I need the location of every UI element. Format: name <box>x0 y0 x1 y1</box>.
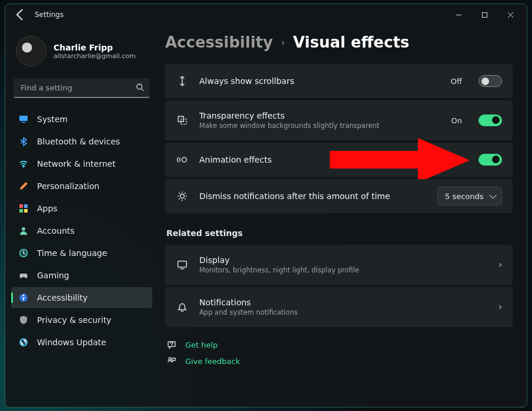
svg-point-8 <box>23 166 25 167</box>
svg-rect-10 <box>24 204 28 208</box>
search-icon <box>136 83 144 93</box>
chevron-right-icon: › <box>281 37 285 48</box>
setting-title: Notifications <box>199 298 488 307</box>
svg-point-16 <box>23 295 25 297</box>
window-title: Settings <box>35 11 63 19</box>
help-links: Get help Give feedback <box>165 340 513 366</box>
svg-point-4 <box>137 84 142 89</box>
setting-title: Display <box>199 255 488 265</box>
setting-title: Transparency effects <box>199 111 441 120</box>
sidebar-item-label: Bluetooth & devices <box>37 137 120 146</box>
get-help-link[interactable]: Get help <box>165 340 513 349</box>
toggle-state-label: On <box>451 116 462 125</box>
update-icon <box>18 337 29 348</box>
maximize-button[interactable] <box>471 5 497 24</box>
nav-list: System Bluetooth & devices Network & int… <box>11 109 152 353</box>
profile[interactable]: Charlie Fripp allstarcharlie@gmail.com <box>11 30 152 76</box>
related-list: Display Monitors, brightness, night ligh… <box>165 245 513 327</box>
bluetooth-icon <box>18 136 29 147</box>
avatar <box>16 36 46 66</box>
sidebar-item-bluetooth[interactable]: Bluetooth & devices <box>11 131 152 152</box>
search-input[interactable] <box>14 78 150 98</box>
related-display[interactable]: Display Monitors, brightness, night ligh… <box>165 245 513 285</box>
back-button[interactable] <box>14 8 28 22</box>
sidebar-item-label: Privacy & security <box>37 315 111 325</box>
profile-email: allstarcharlie@gmail.com <box>53 52 136 60</box>
profile-name: Charlie Fripp <box>53 43 136 52</box>
give-feedback-link[interactable]: Give feedback <box>165 356 513 366</box>
chevron-right-icon: › <box>498 260 502 270</box>
sidebar-item-label: Apps <box>37 204 58 213</box>
settings-list: Always show scrollbars Off Transparency … <box>165 64 513 213</box>
sidebar-item-personalization[interactable]: Personalization <box>11 176 152 197</box>
sidebar-item-accessibility[interactable]: Accessibility <box>11 287 152 308</box>
setting-always-show-scrollbars: Always show scrollbars Off <box>165 64 513 98</box>
sidebar-item-update[interactable]: Windows Update <box>11 332 152 353</box>
person-icon <box>18 225 29 236</box>
feedback-icon <box>166 356 177 366</box>
svg-point-13 <box>22 227 25 231</box>
svg-rect-6 <box>19 116 28 121</box>
chevron-right-icon: › <box>498 302 502 312</box>
sidebar-item-apps[interactable]: Apps <box>11 198 152 219</box>
scrollbars-toggle[interactable] <box>479 75 502 87</box>
sidebar-item-system[interactable]: System <box>11 109 152 130</box>
svg-rect-7 <box>22 122 25 123</box>
svg-rect-11 <box>19 209 23 213</box>
svg-point-25 <box>169 358 171 360</box>
svg-rect-1 <box>482 12 487 17</box>
sidebar-item-label: Windows Update <box>37 338 106 347</box>
apps-icon <box>18 203 29 214</box>
sidebar-item-privacy[interactable]: Privacy & security <box>11 309 152 331</box>
svg-line-5 <box>142 89 144 91</box>
titlebar: Settings <box>5 4 527 25</box>
breadcrumb-parent[interactable]: Accessibility <box>165 33 273 51</box>
sidebar-item-label: Personalization <box>37 181 99 191</box>
transparency-toggle[interactable] <box>479 114 502 126</box>
link-label: Get help <box>185 341 218 349</box>
scrollbars-icon <box>176 76 189 86</box>
clock-icon <box>18 248 29 258</box>
dropdown-value: 5 seconds <box>445 192 484 201</box>
animation-toggle[interactable] <box>479 154 502 166</box>
setting-title: Animation effects <box>199 155 441 164</box>
content-area: Accessibility › Visual effects Always sh… <box>158 25 527 407</box>
sidebar-item-gaming[interactable]: Gaming <box>11 265 152 286</box>
svg-rect-12 <box>24 209 28 213</box>
toggle-state-label: On <box>451 156 462 164</box>
brightness-icon <box>176 191 189 201</box>
svg-rect-9 <box>19 204 23 208</box>
setting-transparency-effects: Transparency effects Make some window ba… <box>165 100 513 140</box>
sidebar-item-label: Accessibility <box>37 293 88 302</box>
sidebar-item-label: Time & language <box>37 248 107 258</box>
sidebar-item-label: System <box>37 114 68 124</box>
search-box <box>14 78 150 98</box>
paintbrush-icon <box>18 181 29 191</box>
related-notifications[interactable]: Notifications App and system notificatio… <box>165 287 513 327</box>
bell-icon <box>176 302 189 312</box>
sidebar-item-network[interactable]: Network & internet <box>11 153 152 174</box>
link-label: Give feedback <box>185 357 240 366</box>
wifi-icon <box>18 159 29 169</box>
setting-desc: App and system notifications <box>199 308 488 316</box>
window-controls <box>446 5 523 24</box>
svg-rect-23 <box>178 261 187 267</box>
display-icon <box>176 260 189 270</box>
dismiss-dropdown[interactable]: 5 seconds <box>437 187 502 206</box>
accessibility-icon <box>18 292 29 303</box>
close-button[interactable] <box>497 5 523 24</box>
setting-title: Dismiss notifications after this amount … <box>199 191 427 201</box>
setting-desc: Monitors, brightness, night light, displ… <box>199 266 488 274</box>
monitor-icon <box>18 114 29 124</box>
setting-title: Always show scrollbars <box>199 76 440 86</box>
breadcrumb: Accessibility › Visual effects <box>165 33 513 51</box>
minimize-button[interactable] <box>446 5 471 24</box>
sidebar-item-time[interactable]: Time & language <box>11 242 152 264</box>
sidebar-item-label: Accounts <box>37 226 75 235</box>
shield-icon <box>18 315 29 325</box>
help-icon <box>166 340 177 349</box>
sidebar-item-label: Gaming <box>37 271 69 280</box>
svg-point-22 <box>180 194 185 198</box>
gamepad-icon <box>18 270 29 281</box>
sidebar-item-accounts[interactable]: Accounts <box>11 220 152 241</box>
